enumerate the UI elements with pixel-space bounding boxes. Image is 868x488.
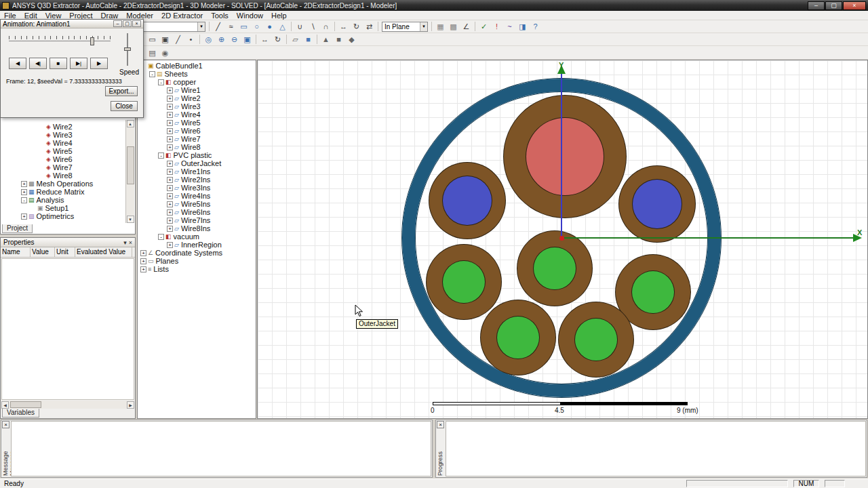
zoom-out-icon[interactable]: ⊖: [229, 34, 240, 45]
tree-item-copper[interactable]: -◧copper: [138, 78, 256, 86]
tree-item-wire1[interactable]: +▱Wire1: [138, 86, 256, 94]
collapse-icon[interactable]: -: [158, 79, 164, 85]
play-reverse-button[interactable]: ◀: [9, 58, 26, 69]
tree-item-setup1[interactable]: ▣Setup1: [1, 204, 135, 212]
menu-item-window[interactable]: Window: [233, 12, 267, 20]
expand-icon[interactable]: +: [167, 226, 173, 232]
scroll-left-icon[interactable]: ◀: [1, 401, 9, 409]
menu-item-view[interactable]: View: [41, 12, 66, 20]
validate-icon[interactable]: ✓: [478, 21, 490, 32]
wire-core-wire6[interactable]: [632, 271, 674, 313]
pan-icon[interactable]: ↔: [259, 34, 271, 45]
tree-item-wire6ins[interactable]: +▱Wire6Ins: [138, 208, 256, 216]
wire-core-wire1[interactable]: [526, 118, 604, 195]
expand-icon[interactable]: +: [140, 250, 146, 256]
wire-core-wire7[interactable]: [497, 317, 539, 359]
tree-item-outerjacket[interactable]: +▱OuterJacket: [138, 159, 256, 167]
tree-item-wire6[interactable]: +▱Wire6: [138, 127, 256, 135]
expand-icon[interactable]: +: [167, 136, 173, 142]
snap-icon[interactable]: ▩: [448, 21, 459, 32]
wire-core-wire5[interactable]: [443, 261, 485, 303]
tree-item-wire5ins[interactable]: +▱Wire5Ins: [138, 200, 256, 208]
collapse-icon[interactable]: -: [149, 71, 155, 77]
tree-item-sheets[interactable]: -▤Sheets: [138, 70, 256, 78]
close-button[interactable]: ×: [843, 1, 866, 10]
close-icon[interactable]: ×: [129, 239, 132, 246]
tree-item-wire7ins[interactable]: +▱Wire7Ins: [138, 216, 256, 224]
tree-item-wire5[interactable]: +▱Wire5: [138, 119, 256, 127]
tree-item-planes[interactable]: +▭Planes: [138, 257, 256, 265]
measure-icon[interactable]: ∠: [460, 21, 472, 32]
tree-item-wire8[interactable]: ◈Wire8: [1, 171, 135, 180]
expand-icon[interactable]: +: [140, 266, 146, 272]
expand-icon[interactable]: +: [167, 144, 173, 150]
rotate-view-icon[interactable]: ↻: [272, 34, 283, 45]
menu-item-2d-extractor[interactable]: 2D Extractor: [157, 12, 207, 20]
scroll-thumb[interactable]: [10, 401, 41, 408]
menu-item-modeler[interactable]: Modeler: [122, 12, 157, 20]
variables-tab[interactable]: Variables: [2, 409, 39, 418]
tree-item-vacuum[interactable]: -◧vacuum: [138, 232, 256, 241]
maximize-button[interactable]: ▢: [825, 1, 842, 10]
play-button[interactable]: ▶: [90, 58, 108, 69]
grid-icon[interactable]: ▦: [435, 21, 446, 32]
mirror-icon[interactable]: ⇄: [363, 21, 375, 32]
tree-item-wire3[interactable]: ◈Wire3: [1, 131, 135, 139]
rotate-icon[interactable]: ↻: [351, 21, 362, 32]
menu-item-file[interactable]: File: [0, 12, 20, 20]
fit-all-icon[interactable]: ◎: [203, 34, 214, 45]
dialog-minimize-icon[interactable]: –: [113, 20, 122, 27]
scroll-right-icon[interactable]: ▶: [127, 401, 134, 409]
menu-item-tools[interactable]: Tools: [207, 12, 233, 20]
close-icon[interactable]: ×: [437, 421, 444, 428]
tree-item-mesh-operations[interactable]: +▩Mesh Operations: [1, 180, 135, 188]
stop-button[interactable]: ■: [50, 58, 67, 69]
column-header-value[interactable]: Value: [31, 247, 55, 257]
select-edge-icon[interactable]: ╱: [172, 34, 184, 45]
tree-item-wire1ins[interactable]: +▱Wire1Ins: [138, 167, 256, 176]
wireframe-icon[interactable]: ▱: [290, 34, 301, 45]
step-back-button[interactable]: ◀|: [29, 58, 47, 69]
expand-icon[interactable]: +: [167, 120, 173, 126]
minimize-button[interactable]: –: [808, 1, 825, 10]
column-header-name[interactable]: Name: [1, 247, 31, 257]
help-icon[interactable]: ?: [530, 21, 541, 32]
expand-icon[interactable]: +: [21, 189, 27, 195]
tree-item-cablebundle1[interactable]: ▣CableBundle1: [138, 62, 256, 70]
shaded-icon[interactable]: ■: [302, 34, 314, 45]
expand-icon[interactable]: +: [167, 169, 173, 175]
expand-icon[interactable]: +: [167, 161, 173, 167]
tree-item-wire6[interactable]: ◈Wire6: [1, 155, 135, 163]
tree-item-wire4[interactable]: ◈Wire4: [1, 139, 135, 147]
wire-core-wire2[interactable]: [443, 176, 492, 225]
tree-item-analysis[interactable]: -▤Analysis: [1, 196, 135, 204]
tree-item-wire4[interactable]: +▱Wire4: [138, 110, 256, 119]
collapse-icon[interactable]: -: [158, 234, 164, 240]
select-face-icon[interactable]: ▣: [159, 34, 171, 45]
intersect-icon[interactable]: ∩: [320, 21, 332, 32]
wire-core-wire4[interactable]: [534, 247, 576, 289]
project-tree-scrollbar[interactable]: ▲ ▼: [125, 120, 134, 223]
tree-item-wire3ins[interactable]: +▱Wire3Ins: [138, 184, 256, 192]
menu-item-edit[interactable]: Edit: [20, 12, 41, 20]
draw-circle-icon[interactable]: ●: [264, 21, 275, 32]
collapse-icon[interactable]: -: [158, 152, 164, 159]
expand-icon[interactable]: +: [167, 87, 173, 94]
wire-core-wire8[interactable]: [575, 319, 617, 361]
export-button[interactable]: Export...: [105, 86, 138, 96]
tree-item-coordinate-systems[interactable]: +∠Coordinate Systems: [138, 249, 256, 257]
draw-rectangle-icon[interactable]: ▭: [238, 21, 250, 32]
scroll-up-icon[interactable]: ▲: [127, 120, 134, 127]
tree-item-wire8[interactable]: +▱Wire8: [138, 143, 256, 151]
expand-icon[interactable]: +: [167, 96, 173, 102]
viewport-canvas[interactable]: YX04.59 (mm): [258, 60, 867, 418]
draw-polygon-icon[interactable]: △: [277, 21, 288, 32]
zoom-in-icon[interactable]: ⊕: [216, 34, 227, 45]
viewport[interactable]: YX04.59 (mm) OuterJacket: [257, 60, 868, 419]
tree-item-wire7[interactable]: +▱Wire7: [138, 135, 256, 143]
draw-spline-icon[interactable]: ≈: [225, 21, 237, 32]
expand-icon[interactable]: +: [167, 218, 173, 224]
expand-icon[interactable]: +: [167, 193, 173, 199]
close-button[interactable]: Close: [111, 101, 138, 111]
tree-item-wire7[interactable]: ◈Wire7: [1, 163, 135, 171]
